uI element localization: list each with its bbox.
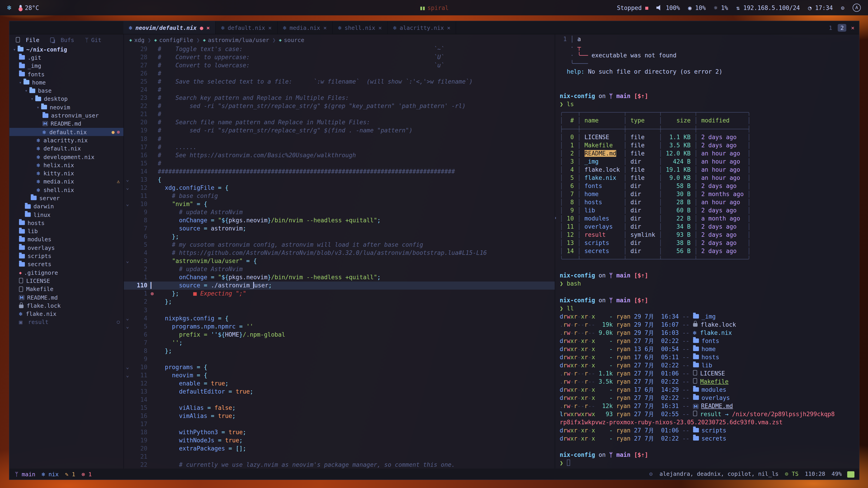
- close-icon[interactable]: ×: [206, 24, 210, 31]
- code-line-2[interactable]: 2 };: [124, 298, 555, 306]
- fold-chevron-icon[interactable]: ⌄: [124, 257, 131, 265]
- close-icon[interactable]: ×: [378, 24, 382, 31]
- neotree-source-Git[interactable]: ᛘGit: [85, 36, 101, 43]
- code-line-6[interactable]: 6 prefix = ''${HOME}/.npm-global: [124, 330, 555, 339]
- code-line-22[interactable]: 22# sed -ri "s/pattern_str/replace_str/g…: [124, 102, 555, 110]
- code-line-16[interactable]: 16# See https://astronvim.com/Basic%20Us…: [124, 151, 555, 159]
- file-tree[interactable]: ▾~/nix-config.git_imgfonts▾home▾base▾des…: [9, 45, 123, 326]
- tree-item-lib[interactable]: lib: [9, 227, 123, 235]
- code-line-15[interactable]: 15 viAlias = false;: [124, 404, 555, 412]
- code-line-8[interactable]: 8 };: [124, 347, 555, 355]
- tree-item-default.nix[interactable]: ❄ default.nix: [9, 144, 123, 153]
- module-power[interactable]: ⊙: [841, 4, 844, 11]
- tabpage-1[interactable]: 1: [826, 24, 835, 31]
- code-line-14[interactable]: 14: [124, 396, 555, 404]
- tree-item-README.md[interactable]: README.md: [9, 120, 123, 128]
- code-line-17[interactable]: 17# ......: [124, 143, 555, 151]
- fold-chevron-icon[interactable]: ⌄: [124, 371, 131, 380]
- tree-item-~/nix-config[interactable]: ▾~/nix-config: [9, 45, 123, 54]
- code-line-20[interactable]: 20 extraPackages = [];: [124, 445, 555, 453]
- module-brightness[interactable]: ☼ 1%: [714, 4, 728, 11]
- breadcrumb-item[interactable]: source: [284, 36, 304, 43]
- code-line-27[interactable]: 27# Convert to lowercase: `u`: [124, 61, 555, 70]
- code-line-13[interactable]: ⌄13{: [124, 176, 555, 184]
- code-line-4[interactable]: ⌄4 nixpkgs.config = {: [124, 314, 555, 322]
- tree-item-.gitignore[interactable]: ◆.gitignore: [9, 268, 123, 277]
- tree-item-fonts[interactable]: fonts: [9, 70, 123, 78]
- breadcrumb-item[interactable]: configFile: [159, 36, 193, 43]
- buffer-tab-media.nix[interactable]: ❄media.nix×: [278, 21, 333, 34]
- module-keyboard-layout[interactable]: A: [852, 4, 861, 12]
- code-line-4[interactable]: 4 # https://github.com/AstroNvim/AstroNv…: [124, 249, 555, 257]
- tabpage-close-icon[interactable]: ×: [851, 24, 855, 31]
- neotree-sidebar[interactable]: FileBufsᛘGit ▾~/nix-config.git_imgfonts▾…: [9, 34, 124, 468]
- module-nixos-logo[interactable]: ❄: [7, 4, 11, 12]
- code-line-19[interactable]: 19 withNodeJs = true;: [124, 437, 555, 445]
- code-line-21[interactable]: 21#: [124, 110, 555, 119]
- code-line-9[interactable]: 9 # update AstroNvim: [124, 208, 555, 217]
- code-line-7[interactable]: 7 '';: [124, 339, 555, 347]
- code-line-12[interactable]: ⌄12 xdg.configFile = {: [124, 184, 555, 192]
- buffer-tab-shell.nix[interactable]: ❄shell.nix×: [333, 21, 388, 34]
- code-line-5[interactable]: ⌄5 programs.npm.npmrc = '': [124, 322, 555, 330]
- code-line-23[interactable]: 23# Search key pattern and Replace in Mu…: [124, 94, 555, 102]
- tree-item-kitty.nix[interactable]: ❄ kitty.nix: [9, 169, 123, 177]
- code-line-24[interactable]: 24#: [124, 86, 555, 94]
- tree-item-Makefile[interactable]: Makefile: [9, 285, 123, 293]
- chevron-down-icon[interactable]: ▾: [31, 96, 33, 101]
- code-line-13[interactable]: 13 defaultEditor = true;: [124, 388, 555, 396]
- tree-item-linux[interactable]: linux: [9, 210, 123, 219]
- code-line-3[interactable]: 3: [124, 306, 555, 314]
- code-line-14[interactable]: 14######################################…: [124, 167, 555, 175]
- tree-item-result[interactable]: ▣ result○: [9, 318, 123, 326]
- tree-item-.git[interactable]: .git: [9, 54, 123, 62]
- code-line-18[interactable]: 18 withPython3 = true;: [124, 428, 555, 436]
- code-line-2[interactable]: 2 # update AstroNvim: [124, 265, 555, 273]
- buffer-tabs[interactable]: ❄neovim/default.nix●×❄default.nix×❄media…: [123, 21, 826, 34]
- tree-item-darwin[interactable]: darwin: [9, 202, 123, 210]
- tree-item-media.nix[interactable]: ❄ media.nix⚠: [9, 177, 123, 186]
- tabpage-indicator[interactable]: 12×: [826, 21, 859, 34]
- code-line-19[interactable]: 19# sed -ri "s/pattern_str/replace_str/g…: [124, 127, 555, 135]
- code-line-10[interactable]: ⌄10 "nvim" = {: [124, 200, 555, 208]
- tree-item-modules[interactable]: modules: [9, 235, 123, 244]
- neotree-source-tabs[interactable]: FileBufsᛘGit: [9, 34, 123, 45]
- tree-item-base[interactable]: ▾base: [9, 87, 123, 95]
- code-line-15[interactable]: 15#: [124, 159, 555, 167]
- breadcrumb-item[interactable]: xdg: [134, 36, 145, 43]
- close-icon[interactable]: ×: [268, 24, 272, 31]
- tree-item-server[interactable]: server: [9, 194, 123, 202]
- tree-item-shell.nix[interactable]: ❄ shell.nix: [9, 186, 123, 194]
- buffer-tab-default.nix[interactable]: ❄default.nix×: [216, 21, 278, 34]
- code-line-26[interactable]: 26#: [124, 70, 555, 78]
- tree-item-README.md[interactable]: README.md: [9, 293, 123, 302]
- tree-item-astronvim_user[interactable]: astronvim_user: [9, 111, 123, 120]
- module-recording-status[interactable]: Stopped ■: [617, 4, 648, 11]
- tree-item-secrets[interactable]: secrets: [9, 260, 123, 268]
- code-line-12[interactable]: 12 enable = true;: [124, 380, 555, 388]
- code-line-1[interactable]: 1 onChange = "${pkgs.neovim}/bin/nvim --…: [124, 273, 555, 282]
- module-clock[interactable]: ◔ 17:34: [808, 4, 833, 11]
- chevron-down-icon[interactable]: ▾: [19, 80, 22, 85]
- code-line-17[interactable]: 17: [124, 420, 555, 428]
- chevron-down-icon[interactable]: ▾: [37, 105, 39, 109]
- code-area[interactable]: 29# Toggle text's case: `~`28# Convert t…: [124, 45, 555, 468]
- code-line-1[interactable]: 1⊗ }; ■ Expecting ";": [124, 290, 555, 298]
- chevron-down-icon[interactable]: ▾: [25, 88, 28, 93]
- close-icon[interactable]: ×: [447, 24, 451, 31]
- module-temperature[interactable]: 28°C: [20, 4, 39, 11]
- code-line-25[interactable]: 25# Save the selected text to a file: `:…: [124, 78, 555, 86]
- fold-chevron-icon[interactable]: ⌄: [124, 200, 131, 208]
- fold-chevron-icon[interactable]: ⌄: [124, 176, 131, 184]
- module-media-player[interactable]: ▮▮ spiral: [420, 4, 449, 11]
- code-line-8[interactable]: 8 onChange = "${pkgs.neovim}/bin/nvim --…: [124, 217, 555, 225]
- code-line-9[interactable]: 9: [124, 355, 555, 363]
- code-line-110[interactable]: 110▎ source = ./astronvim_user;: [124, 282, 555, 290]
- tree-item-flake.nix[interactable]: ❄ flake.nix: [9, 310, 123, 318]
- code-line-21[interactable]: 21: [124, 453, 555, 461]
- tree-item-neovim[interactable]: ▾neovim: [9, 103, 123, 111]
- module-disk-usage[interactable]: ◉ 10%: [688, 4, 706, 11]
- buffer-tab-alacritty.nix[interactable]: ❄alacritty.nix×: [388, 21, 456, 34]
- code-line-5[interactable]: 5 # my cusotom astronvim config, astronv…: [124, 241, 555, 249]
- tree-item-flake.lock[interactable]: flake.lock: [9, 301, 123, 310]
